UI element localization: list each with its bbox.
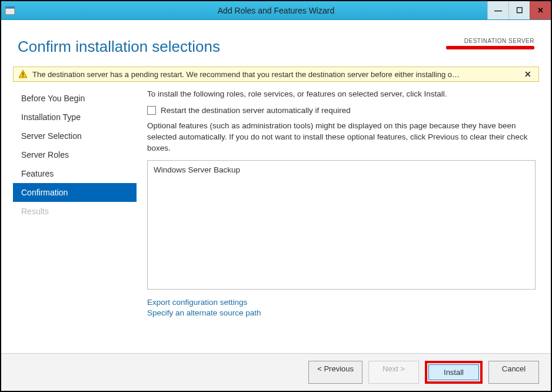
svg-rect-1 [5, 6, 15, 8]
window-controls: — ☐ ✕ [487, 1, 551, 19]
warning-icon [18, 69, 28, 79]
footer-buttons: < Previous Next > Install Cancel [1, 353, 551, 391]
svg-rect-4 [22, 76, 24, 77]
titlebar: Add Roles and Features Wizard — ☐ ✕ [1, 1, 551, 20]
optional-note: Optional features (such as administratio… [147, 121, 536, 154]
intro-text: To install the following roles, role ser… [147, 89, 536, 100]
sidebar-item-server-selection[interactable]: Server Selection [13, 127, 137, 145]
selected-features-list[interactable]: Windows Server Backup [147, 160, 536, 290]
list-item: Windows Server Backup [154, 165, 529, 174]
annotation-underline [446, 46, 534, 49]
cancel-button[interactable]: Cancel [488, 361, 539, 384]
destination-server-label: DESTINATION SERVER [464, 38, 534, 44]
sidebar-item-confirmation[interactable]: Confirmation [13, 183, 137, 202]
content-pane: To install the following roles, role ser… [137, 85, 539, 319]
app-icon [5, 5, 15, 16]
warning-text: The destination server has a pending res… [32, 70, 460, 79]
next-button: Next > [368, 361, 419, 384]
window-title: Add Roles and Features Wizard [218, 6, 334, 15]
sidebar-item-installation-type[interactable]: Installation Type [13, 108, 137, 127]
page-title: Confirm installation selections [18, 38, 220, 56]
main-area: Before You Begin Installation Type Serve… [1, 85, 551, 319]
annotation-install-highlight: Install [425, 361, 483, 384]
warning-banner: The destination server has a pending res… [13, 67, 539, 82]
sidebar-item-features[interactable]: Features [13, 164, 137, 183]
banner-close-icon[interactable]: ✕ [522, 69, 534, 79]
sidebar-item-before-you-begin[interactable]: Before You Begin [13, 89, 137, 108]
close-button[interactable]: ✕ [530, 1, 551, 19]
sidebar-item-server-roles[interactable]: Server Roles [13, 145, 137, 164]
restart-checkbox-label: Restart the destination server automatic… [161, 106, 351, 115]
previous-button[interactable]: < Previous [308, 361, 363, 384]
wizard-sidebar: Before You Begin Installation Type Serve… [13, 85, 137, 319]
alternate-source-link[interactable]: Specify an alternate source path [147, 308, 536, 317]
links-section: Export configuration settings Specify an… [147, 298, 536, 317]
minimize-button[interactable]: — [487, 1, 508, 19]
install-button[interactable]: Install [428, 364, 479, 380]
sidebar-item-results: Results [13, 202, 137, 221]
restart-checkbox[interactable] [147, 106, 156, 115]
svg-rect-3 [22, 72, 24, 75]
restart-checkbox-row[interactable]: Restart the destination server automatic… [147, 106, 536, 115]
maximize-button[interactable]: ☐ [508, 1, 530, 19]
destination-server-text: DESTINATION SERVER [464, 38, 534, 44]
header-row: Confirm installation selections DESTINAT… [1, 20, 551, 62]
export-config-link[interactable]: Export configuration settings [147, 298, 536, 307]
